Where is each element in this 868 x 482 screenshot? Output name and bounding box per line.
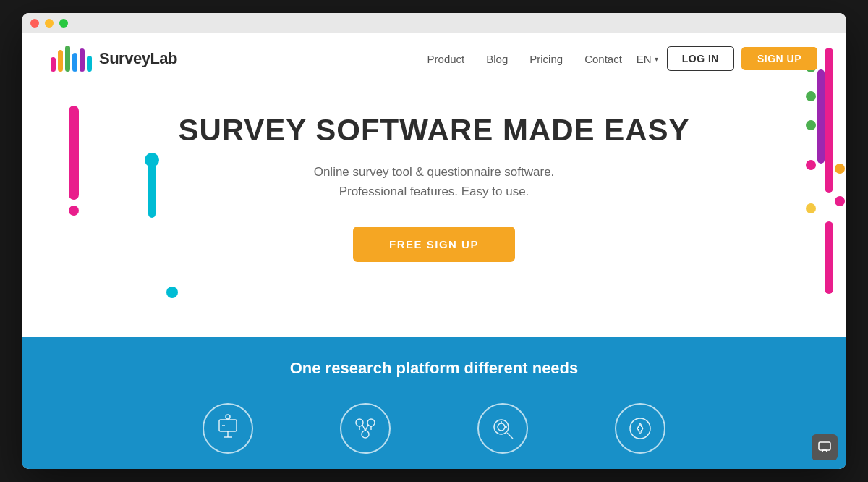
svg-point-17 bbox=[630, 418, 650, 439]
navbar: SurveyLab Product Blog Pricing Contact E… bbox=[22, 33, 846, 84]
language-selector[interactable]: EN ▾ bbox=[637, 53, 658, 65]
logo-text: SurveyLab bbox=[99, 49, 177, 68]
hero-title: SURVEY SOFTWARE MADE EASY bbox=[22, 113, 846, 148]
presenter-icon-circle bbox=[203, 403, 253, 454]
chat-bubble-button[interactable] bbox=[812, 434, 838, 460]
minimize-button[interactable] bbox=[45, 19, 54, 28]
compass-icon-circle bbox=[615, 403, 665, 454]
logo-icon bbox=[51, 46, 92, 72]
svg-rect-0 bbox=[219, 420, 237, 431]
blue-section: One research platform different needs bbox=[22, 337, 846, 469]
nav-links: Product Blog Pricing Contact bbox=[427, 53, 622, 65]
team-item bbox=[340, 403, 391, 454]
maximize-button[interactable] bbox=[59, 19, 68, 28]
search-analytics-icon bbox=[487, 413, 519, 444]
hero-subtitle: Online survey tool & questionnaire softw… bbox=[22, 162, 846, 201]
team-icon-circle bbox=[340, 403, 391, 454]
titlebar bbox=[22, 13, 846, 33]
chevron-down-icon: ▾ bbox=[655, 55, 658, 63]
icons-row bbox=[203, 403, 665, 454]
svg-point-14 bbox=[498, 423, 505, 431]
svg-line-13 bbox=[507, 433, 513, 439]
search-analytics-icon-circle bbox=[477, 403, 528, 454]
blue-section-title: One research platform different needs bbox=[290, 359, 579, 378]
logo-area[interactable]: SurveyLab bbox=[51, 46, 177, 72]
window-content: SurveyLab Product Blog Pricing Contact E… bbox=[22, 33, 846, 469]
presenter-item bbox=[203, 403, 253, 454]
compass-icon bbox=[624, 413, 656, 444]
login-button[interactable]: LOG IN bbox=[667, 46, 734, 71]
nav-product[interactable]: Product bbox=[427, 53, 465, 65]
chat-icon bbox=[817, 440, 832, 454]
svg-line-8 bbox=[362, 425, 365, 431]
nav-blog[interactable]: Blog bbox=[486, 53, 508, 65]
free-signup-button[interactable]: FREE SIGN UP bbox=[353, 227, 515, 262]
deco-dot-teal bbox=[166, 287, 178, 298]
svg-marker-19 bbox=[637, 428, 643, 434]
svg-point-2 bbox=[226, 415, 230, 419]
browser-window: SurveyLab Product Blog Pricing Contact E… bbox=[22, 13, 846, 469]
compass-item bbox=[615, 403, 665, 454]
svg-point-7 bbox=[362, 431, 369, 438]
signup-button[interactable]: SIGN UP bbox=[741, 47, 817, 70]
nav-pricing[interactable]: Pricing bbox=[529, 53, 563, 65]
nav-contact[interactable]: Contact bbox=[584, 53, 622, 65]
svg-rect-20 bbox=[819, 442, 830, 450]
language-label: EN bbox=[637, 53, 652, 65]
team-icon bbox=[349, 413, 381, 444]
hero-content: SURVEY SOFTWARE MADE EASY Online survey … bbox=[22, 84, 846, 262]
svg-line-9 bbox=[365, 425, 368, 431]
svg-marker-18 bbox=[637, 423, 643, 428]
presenter-icon bbox=[213, 414, 242, 443]
close-button[interactable] bbox=[30, 19, 39, 28]
search-analytics-item bbox=[477, 403, 528, 454]
hero-section: SurveyLab Product Blog Pricing Contact E… bbox=[22, 33, 846, 337]
